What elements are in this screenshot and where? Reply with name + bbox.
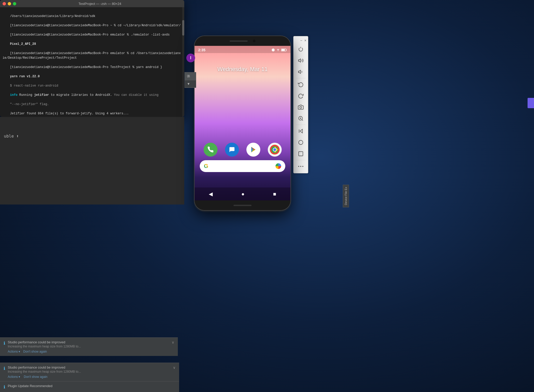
term-line-5: [tianxiezuodetianxie@tianxiezuodetianxie… <box>10 65 162 69</box>
phone-screen[interactable]: 2:35 Wednesday, Mar 11 <box>195 46 290 200</box>
google-search-bar[interactable]: G <box>200 160 285 172</box>
terminal-titlebar: TestProject — -zsh — 80×24 <box>0 0 184 7</box>
emu-volume-up-button[interactable] <box>295 55 306 66</box>
dont-show-again-button[interactable]: Don't show again <box>24 375 47 379</box>
svg-marker-7 <box>300 129 302 133</box>
emu-rotate-right-button[interactable] <box>295 90 306 101</box>
notif-1-chevron-icon[interactable]: ∨ <box>173 365 176 370</box>
actions-dropdown-icon: ▾ <box>19 350 20 353</box>
terminal-title: TestProject — -zsh — 80×24 <box>18 2 182 6</box>
ide-uble-label: uble ⬆ <box>4 134 180 139</box>
emulator-controls-panel: − × <box>293 36 308 173</box>
phone-status-icons <box>271 48 287 52</box>
device-file-tab-label: Device File Ex <box>344 187 347 205</box>
phone-bottom-bar <box>195 200 290 210</box>
svg-line-4 <box>302 120 303 121</box>
uble-text: uble ⬆ <box>4 134 19 139</box>
phone-frame: 2:35 Wednesday, Mar 11 <box>195 36 290 210</box>
term-line-2: [tianxiezuodetianxie@tianxiezuodetianxie… <box>10 24 181 27</box>
chinese-menu-item-1[interactable]: 体 <box>185 72 196 80</box>
purple-side-button[interactable] <box>528 98 534 108</box>
svg-point-12 <box>300 166 301 167</box>
emu-rotate-left-button[interactable] <box>295 79 306 90</box>
term-yarn-version: yarn run v1.22.0 <box>10 75 40 78</box>
device-file-explorer-tab[interactable]: Device File Ex <box>343 185 349 207</box>
emu-minimize-button[interactable]: − <box>300 38 302 42</box>
emu-recent-button[interactable] <box>295 148 306 159</box>
avatar-bubble: I <box>186 54 195 62</box>
notification-performance: ℹ Studio performance could be improved I… <box>0 337 178 356</box>
emu-home-button[interactable] <box>295 137 306 148</box>
phone-status-bar: 2:35 <box>195 46 290 53</box>
settings-icon <box>271 48 275 52</box>
emu-divider-1 <box>296 78 305 78</box>
scrollbar-track[interactable] <box>182 7 184 117</box>
term-line-1: /Users/tianxiezuodetianxie/Library/Andro… <box>10 14 95 18</box>
notif-performance-panel: ℹ Studio performance could be improved I… <box>0 363 179 381</box>
emu-more-button[interactable] <box>295 161 306 172</box>
svg-rect-16 <box>281 49 285 51</box>
svg-point-2 <box>300 106 302 108</box>
emu-close-button[interactable]: × <box>304 38 306 42</box>
maximize-button[interactable] <box>13 2 16 5</box>
emu-divider-3 <box>296 160 305 160</box>
emu-volume-down-button[interactable] <box>295 66 306 78</box>
notif-1-subtext: Increasing the maximum heap size from 12… <box>8 370 170 373</box>
chinese-char-menu[interactable]: 体 ▼ <box>185 72 196 88</box>
wifi-icon <box>277 48 280 52</box>
emu-back-button[interactable] <box>295 125 306 137</box>
term-jetifier-count: Jetifier found 864 file(s) to forward-je… <box>10 112 129 115</box>
term-info-jetifier: info Running jetifier to migrate librari… <box>10 93 158 97</box>
notif-dont-show-button[interactable]: Don't show again <box>23 350 47 353</box>
svg-point-24 <box>273 148 276 151</box>
emu-power-button[interactable] <box>295 44 306 55</box>
notif-1-collapse-icon[interactable]: ∨ <box>172 340 174 344</box>
close-button[interactable] <box>3 2 6 5</box>
minimize-button[interactable] <box>8 2 11 5</box>
svg-point-9 <box>299 140 303 145</box>
phone-apps-row <box>200 143 285 157</box>
phone-nav-bar: ◀ ● ■ <box>195 188 290 200</box>
svg-marker-0 <box>298 59 301 62</box>
term-pixel-line: Pixel_2_API_28 <box>10 42 36 46</box>
term-line-3: [tianxiezuodetianxie@tianxiezuodetianxie… <box>10 33 170 37</box>
actions-dropdown-button[interactable]: Actions ▾ <box>8 375 20 379</box>
google-g-logo: G <box>204 163 208 169</box>
studio-bottom-panel: ℹ Studio performance could be improved I… <box>0 363 179 392</box>
notif-icon-1: ℹ <box>4 366 5 371</box>
emu-screenshot-button[interactable] <box>295 101 306 113</box>
notif-1-body: Studio performance could be improved Inc… <box>8 365 170 379</box>
notif-1-title: Studio performance could be improved <box>8 340 169 344</box>
actions-chevron-icon: ▾ <box>19 375 20 379</box>
svg-marker-1 <box>298 70 301 74</box>
app-icon-chrome[interactable] <box>268 143 282 157</box>
phone-camera <box>253 40 255 42</box>
google-mic-icon <box>276 163 281 169</box>
terminal-window: TestProject — -zsh — 80×24 /Users/tianxi… <box>0 0 184 117</box>
notif-icon-2: ℹ <box>4 385 5 389</box>
notif-1-content: Studio performance could be improved Inc… <box>8 340 169 353</box>
nav-home-icon[interactable]: ● <box>241 191 244 197</box>
terminal-body[interactable]: /Users/tianxiezuodetianxie/Library/Andro… <box>0 7 184 117</box>
notif-info-icon-1: ℹ <box>4 341 5 346</box>
nav-back-icon[interactable]: ◀ <box>209 191 213 197</box>
notif-1-action-row: Actions ▾ Don't show again <box>8 375 170 379</box>
notif-actions-button[interactable]: Actions ▾ <box>8 350 20 353</box>
chinese-menu-item-arrow[interactable]: ▼ <box>185 80 196 88</box>
phone-speaker <box>230 40 248 42</box>
term-no-jetifier: "--no-jetifier" flag. <box>10 103 49 106</box>
emu-zoom-button[interactable] <box>295 113 306 124</box>
nav-recent-icon[interactable]: ■ <box>273 191 276 197</box>
app-icon-playstore[interactable] <box>246 143 260 157</box>
app-icon-messages[interactable] <box>225 143 239 157</box>
battery-icon <box>281 48 287 52</box>
notif-2-heading: Plugin Update Recommended <box>8 384 176 388</box>
notif-1-desc: Increasing the maximum heap size from 12… <box>8 345 169 348</box>
notif-plugin-panel: ℹ Plugin Update Recommended <box>0 381 179 392</box>
phone-apps-dock: G <box>195 143 290 172</box>
notif-1-actions: Actions ▾ Don't show again <box>8 350 169 353</box>
svg-point-13 <box>302 166 303 167</box>
scrollbar-thumb[interactable] <box>182 20 184 36</box>
emulator-window: 2:35 Wednesday, Mar 11 <box>195 36 290 210</box>
app-icon-phone[interactable] <box>204 143 218 157</box>
